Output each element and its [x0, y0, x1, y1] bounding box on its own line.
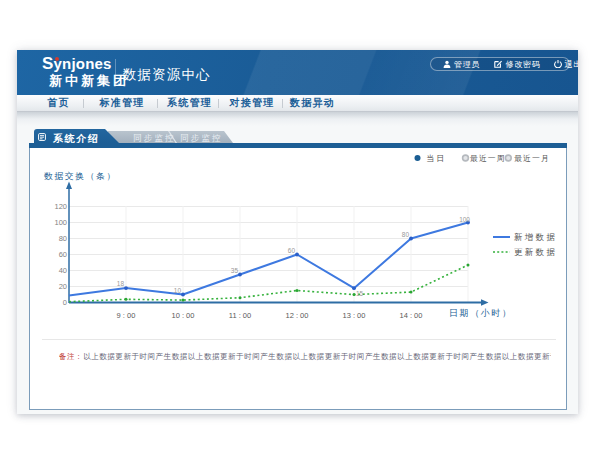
svg-text:60: 60 — [288, 247, 296, 254]
svg-text:10: 10 — [174, 287, 182, 294]
svg-text:80: 80 — [59, 234, 67, 243]
svg-text:120: 120 — [54, 202, 67, 211]
svg-text:9 : 00: 9 : 00 — [117, 311, 136, 320]
svg-text:15: 15 — [356, 290, 364, 297]
svg-text:35: 35 — [231, 267, 239, 274]
svg-text:更新数据: 更新数据 — [514, 247, 557, 257]
svg-text:最近一月: 最近一月 — [514, 154, 550, 163]
svg-text:14 : 00: 14 : 00 — [400, 311, 423, 320]
svg-text:20: 20 — [59, 282, 67, 291]
svg-text:12 : 00: 12 : 00 — [286, 311, 309, 320]
svg-text:10 : 00: 10 : 00 — [172, 311, 195, 320]
svg-text:11 : 00: 11 : 00 — [229, 311, 251, 320]
svg-text:80: 80 — [402, 231, 410, 238]
svg-text:0: 0 — [63, 298, 67, 307]
svg-text:数据交换（条）: 数据交换（条） — [44, 171, 117, 181]
svg-text:当日: 当日 — [427, 154, 447, 163]
svg-text:100: 100 — [54, 218, 67, 227]
svg-text:100: 100 — [459, 216, 470, 223]
svg-text:40: 40 — [59, 266, 67, 275]
svg-text:60: 60 — [59, 250, 67, 259]
svg-text:新增数据: 新增数据 — [514, 232, 557, 242]
svg-text:13 : 00: 13 : 00 — [343, 311, 366, 320]
svg-text:18: 18 — [117, 280, 125, 287]
svg-text:日期（小时）: 日期（小时） — [449, 308, 513, 318]
svg-text:最近一周: 最近一周 — [470, 154, 506, 163]
